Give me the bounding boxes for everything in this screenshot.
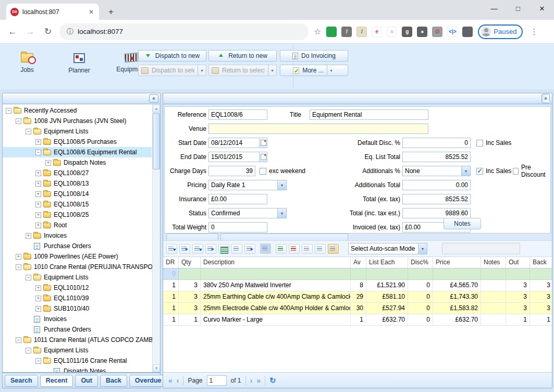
grid-sheet-icon[interactable]: [218, 244, 229, 254]
dispatch-to-selected-button[interactable]: Dispatch to selecte ▼: [138, 65, 206, 76]
tree-item[interactable]: EQL1008/13: [3, 178, 152, 189]
more-button[interactable]: More ... ▼: [280, 65, 348, 76]
notepad-icon[interactable]: /: [356, 27, 367, 37]
expander-icon[interactable]: [26, 129, 31, 134]
total-weight-field[interactable]: 0: [208, 222, 267, 232]
tree-scrollbar[interactable]: ▲ ▼: [152, 105, 160, 372]
tree-item[interactable]: Invoices: [3, 230, 152, 241]
title-field[interactable]: Equipment Rental: [310, 109, 428, 120]
code-panel-icon[interactable]: <|>: [447, 27, 458, 37]
move-row-right-icon[interactable]: [179, 244, 190, 254]
calendar-icon[interactable]: [259, 138, 267, 148]
tree-item[interactable]: Equipment Lists: [3, 126, 152, 137]
table-row[interactable]: 1 3 25mm Earthing Cable c/w 400Amp Clamp…: [163, 291, 552, 303]
filter-cell[interactable]: [366, 268, 408, 280]
column-header[interactable]: DR: [163, 257, 179, 268]
return-to-selected-button[interactable]: Return to selected ▼: [208, 65, 277, 76]
tree-item[interactable]: EQL1011/16 Crane Rental: [3, 356, 152, 366]
expander-icon[interactable]: [35, 181, 41, 187]
tree-item[interactable]: Dispatch Notes: [3, 366, 152, 373]
filter-cell[interactable]: [408, 268, 433, 280]
tab-close-icon[interactable]: ✕: [88, 8, 95, 16]
clipped-tab[interactable]: [220, 234, 348, 240]
filter-cell[interactable]: [506, 268, 530, 280]
next-page-icon[interactable]: ›: [250, 377, 253, 384]
new-tab-button[interactable]: +: [104, 5, 118, 19]
pricing-select[interactable]: Daily Rate 1 ▼: [208, 180, 287, 190]
clipped-tab[interactable]: [166, 234, 218, 240]
Search[interactable]: Search: [5, 375, 38, 387]
expander-icon[interactable]: [16, 337, 21, 343]
info-icon[interactable]: ⓘ: [67, 27, 73, 36]
tree-item[interactable]: EQL1010/12: [3, 283, 152, 293]
expander-icon[interactable]: [6, 108, 11, 114]
wrench-icon[interactable]: /: [341, 27, 352, 37]
filter-cell[interactable]: [481, 268, 506, 280]
tree-item[interactable]: Purchase Orders: [3, 241, 152, 251]
do-invoicing-button[interactable]: Do Invoicing: [280, 50, 348, 62]
filter-cell[interactable]: [201, 268, 351, 280]
Planner[interactable]: Planner: [63, 49, 96, 74]
copy-right-icon[interactable]: [205, 244, 216, 254]
waves-icon[interactable]: ≈: [387, 27, 397, 37]
bookmark-star-icon[interactable]: ☆: [314, 27, 321, 36]
sep[interactable]: [260, 243, 271, 254]
dropdown-arrow-icon[interactable]: ▼: [327, 65, 335, 76]
minimize-icon[interactable]: —: [482, 0, 506, 17]
tree-item[interactable]: Root: [3, 220, 152, 230]
tree-item[interactable]: 1010 Crane Rental (PERUJINA TRANSPORT): [3, 262, 152, 272]
total-ex-tax-field[interactable]: 8525.52: [402, 194, 471, 204]
table-row[interactable]: 1 1 Curvo Marker - Large 1 £632.70 0 £63…: [163, 314, 552, 326]
tree-item[interactable]: EQL1008/25: [3, 210, 152, 220]
total-inc-tax-field[interactable]: 9889.60: [402, 208, 471, 218]
inc-sales2-checkbox[interactable]: [476, 168, 483, 175]
transfer-row-icon[interactable]: [244, 244, 255, 254]
first-page-icon[interactable]: «: [168, 377, 173, 384]
column-header[interactable]: Price: [433, 257, 481, 268]
doc-plain-icon[interactable]: [302, 244, 313, 254]
column-header[interactable]: Notes: [481, 257, 506, 268]
prev-page-icon[interactable]: ‹: [177, 377, 179, 384]
Back[interactable]: Back: [100, 375, 127, 387]
auto-scan-mode-select[interactable]: Select Auto-scan Mode ▼: [348, 243, 427, 254]
tree-item[interactable]: EQL1008/5 Purchases: [3, 137, 152, 147]
tree-item[interactable]: Dispatch Notes: [3, 157, 152, 168]
additionals-total-field[interactable]: 0.00: [402, 180, 471, 190]
expander-icon[interactable]: [35, 296, 41, 301]
tree-item[interactable]: EQL1010/39: [3, 293, 152, 303]
uncheck-all-icon[interactable]: [289, 244, 300, 254]
collapse-sidebar-icon[interactable]: «: [149, 94, 158, 103]
puzzle-icon[interactable]: [462, 27, 473, 37]
insert-row-icon[interactable]: [166, 244, 177, 254]
column-header[interactable]: Disc%: [408, 257, 433, 268]
column-header[interactable]: List Each: [366, 257, 408, 268]
Recent[interactable]: Recent: [40, 375, 73, 387]
shield-block-icon[interactable]: ∅: [432, 27, 442, 37]
check-all-icon[interactable]: [276, 244, 287, 254]
refresh-icon[interactable]: ↻: [269, 376, 276, 384]
dispatch-to-new-button[interactable]: Dispatch to new: [138, 50, 206, 62]
clipboard-icon[interactable]: [328, 244, 339, 254]
expander-icon[interactable]: [35, 212, 41, 218]
expander-icon[interactable]: [45, 160, 51, 166]
notes-button[interactable]: Notes: [444, 218, 481, 229]
tree-item[interactable]: EQL1008/14: [3, 189, 152, 199]
profile-button[interactable]: Paused: [478, 24, 523, 39]
dropdown-arrow-icon[interactable]: ▼: [198, 65, 206, 76]
page-number-input[interactable]: 1: [207, 375, 227, 386]
table-row[interactable]: 1 3 380v 250 Amp Matweld Inverter 8 £1,5…: [163, 280, 552, 291]
scroll-down-icon[interactable]: ▼: [153, 364, 160, 372]
expander-icon[interactable]: [35, 139, 41, 145]
filter-cell[interactable]: [351, 268, 366, 280]
Overdue[interactable]: Overdue: [129, 375, 167, 387]
tree-item[interactable]: Equipment Lists: [3, 345, 152, 356]
close-icon[interactable]: ✕: [530, 0, 554, 17]
filter-cell[interactable]: [530, 268, 552, 280]
tree-item[interactable]: 1011 Crane Rental (ATLAS COPCO ZAMBIA): [3, 335, 152, 345]
tree-item[interactable]: SUB1010/40: [3, 303, 152, 314]
exc-weekend-checkbox[interactable]: [260, 168, 266, 175]
tree-item[interactable]: EQL1008/6 Equipment Rental: [3, 147, 152, 157]
browser-tab[interactable]: DX localhost:807 ✕: [6, 4, 99, 20]
back-icon[interactable]: ←: [6, 27, 19, 37]
expander-icon[interactable]: [16, 118, 21, 124]
